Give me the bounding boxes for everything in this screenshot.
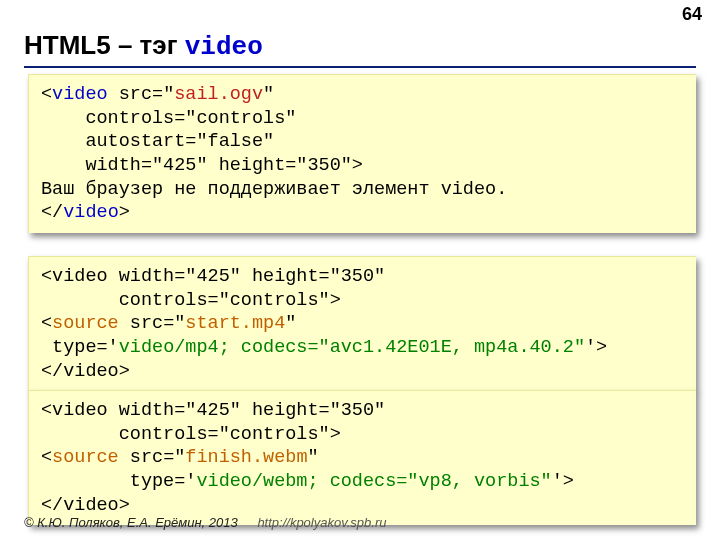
code-text: '> (585, 337, 607, 358)
code-text: > (119, 202, 130, 223)
code-text: controls="controls" (41, 108, 296, 129)
code-text: '> (552, 471, 574, 492)
code-text: </video> (41, 495, 130, 516)
mime-type: video/mp4; codecs="avc1.42E01E, mp4a.40.… (119, 337, 585, 358)
slide-title: HTML5 – тэг video (24, 30, 696, 68)
code-text: src=" (119, 313, 186, 334)
code-text: Ваш браузер не поддерживает элемент vide… (41, 179, 507, 200)
code-text: src=" (108, 84, 175, 105)
code-text: < (41, 84, 52, 105)
footer: © К.Ю. Поляков, Е.А. Ерёмин, 2013 http:/… (24, 515, 386, 530)
code-text: < (41, 447, 52, 468)
code-block-1: <video src="sail.ogv" controls="controls… (28, 74, 696, 233)
code-text: <video width="425" height="350" (41, 266, 385, 287)
code-text: controls="controls"> (41, 290, 341, 311)
code-text: src=" (119, 447, 186, 468)
code-text: </video> (41, 361, 130, 382)
code-text: " (285, 313, 296, 334)
title-tag: video (185, 32, 263, 62)
code-text: controls="controls"> (41, 424, 341, 445)
copyright: © К.Ю. Поляков, Е.А. Ерёмин, 2013 (24, 515, 238, 530)
filename: sail.ogv (174, 84, 263, 105)
code-text: width="425" height="350"> (41, 155, 363, 176)
filename: finish.webm (185, 447, 307, 468)
code-text: type=' (41, 337, 119, 358)
tag-source: source (52, 447, 119, 468)
tag-source: source (52, 313, 119, 334)
code-text: <video width="425" height="350" (41, 400, 385, 421)
tag-video-close: video (63, 202, 119, 223)
code-text: < (41, 313, 52, 334)
filename: start.mp4 (185, 313, 285, 334)
code-text: " (307, 447, 318, 468)
code-text: " (263, 84, 274, 105)
code-text: type=' (41, 471, 196, 492)
footer-url: http://kpolyakov.spb.ru (257, 515, 386, 530)
page-number: 64 (682, 4, 702, 25)
code-block-3: <video width="425" height="350" controls… (28, 390, 696, 525)
code-text: </ (41, 202, 63, 223)
tag-video: video (52, 84, 108, 105)
code-block-2: <video width="425" height="350" controls… (28, 256, 696, 391)
code-text: autostart="false" (41, 131, 274, 152)
slide: 64 HTML5 – тэг video <video src="sail.og… (0, 0, 720, 540)
title-prefix: HTML5 – тэг (24, 30, 185, 60)
mime-type: video/webm; codecs="vp8, vorbis" (196, 471, 551, 492)
